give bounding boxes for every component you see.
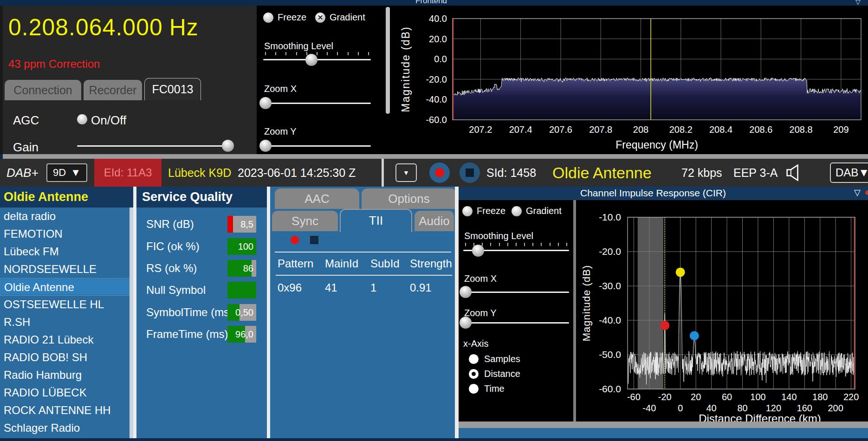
svg-text:208.8: 208.8 <box>790 124 813 135</box>
tii-stop-icon[interactable] <box>310 236 318 244</box>
freeze-control[interactable]: Freeze <box>462 206 505 216</box>
station-list-item[interactable]: Lübeck FM <box>0 243 133 260</box>
tab-audio[interactable]: Audio <box>415 211 454 231</box>
gain-slider[interactable] <box>77 139 233 156</box>
quality-bar-fill <box>227 282 256 298</box>
svg-text:207.6: 207.6 <box>549 124 572 135</box>
slider-track[interactable] <box>77 145 233 147</box>
station-list-item[interactable]: OSTSEEWELLE HL <box>0 296 133 313</box>
tii-record-icon[interactable] <box>291 236 299 244</box>
zoom-x-label: Zoom X <box>464 273 497 284</box>
freeze-control[interactable]: Freeze <box>263 12 306 23</box>
svg-text:207.8: 207.8 <box>589 124 612 135</box>
svg-text:208.2: 208.2 <box>669 124 693 135</box>
station-list-item[interactable]: Schlager Radio <box>0 419 133 437</box>
xaxis-option-time[interactable]: Time <box>469 381 520 396</box>
station-list-item[interactable]: RADIO LÜBECK <box>0 384 133 402</box>
controls-scrollbar[interactable] <box>386 7 390 114</box>
agc-toggle[interactable] <box>77 114 87 124</box>
tick-mark <box>348 52 349 55</box>
slider-handle[interactable] <box>222 140 234 152</box>
zoom-x-slider[interactable] <box>463 285 569 302</box>
slider-handle[interactable] <box>305 54 317 66</box>
slider-handle[interactable] <box>472 245 484 257</box>
tick-mark <box>550 243 551 246</box>
blue-marker <box>690 331 699 340</box>
station-list-scrollbar[interactable] <box>130 208 133 438</box>
svg-text:160: 160 <box>797 403 812 413</box>
ensemble-id-badge: EId: 11A3 <box>94 159 162 187</box>
collapse-triangle-icon[interactable]: ▽ <box>854 188 861 198</box>
panel-divider[interactable] <box>133 187 136 438</box>
service-quality-panel: Service Quality SNR (dB)8,5FIC (ok %)100… <box>136 187 267 438</box>
protection-label: EEP 3-A <box>733 159 777 187</box>
slider-handle[interactable] <box>460 317 472 329</box>
channel-dropdown[interactable]: 9D ▼ <box>46 163 87 182</box>
record-icon <box>435 168 444 177</box>
output-mode-dropdown[interactable]: DAB ▼ <box>830 162 868 183</box>
station-list-item[interactable]: delta radio <box>0 208 133 225</box>
tab-fc0013[interactable]: FC0013 <box>144 78 201 100</box>
collapse-triangle-icon[interactable]: ▽ <box>855 0 861 6</box>
slider-handle[interactable] <box>259 140 272 152</box>
cir-scrollbar[interactable] <box>459 422 868 428</box>
expand-dropdown-button[interactable]: ▼ <box>395 163 417 182</box>
slider-track[interactable] <box>463 322 569 324</box>
tab-tii[interactable]: TII <box>340 209 412 232</box>
xaxis-option-samples[interactable]: Samples <box>469 351 520 366</box>
slider-track[interactable] <box>263 103 371 104</box>
zoom-y-slider[interactable] <box>263 139 371 156</box>
tab-sync[interactable]: Sync <box>272 211 338 231</box>
zoom-y-slider[interactable] <box>463 316 569 333</box>
station-list-item[interactable]: RADIO BOB! SH <box>0 349 133 366</box>
smoothing-level-slider[interactable] <box>463 243 569 259</box>
quality-row: SNR (dB)8,5 <box>136 216 267 233</box>
station-list: delta radioFEMOTIONLübeck FMNORDSEEWELLE… <box>0 208 133 438</box>
gradient-checkbox-icon[interactable]: ✕ <box>315 13 325 23</box>
smoothing-level-label: Smoothing Level <box>264 41 333 52</box>
panel-divider[interactable] <box>267 187 270 438</box>
tab-aac[interactable]: AAC <box>275 188 359 209</box>
panel-divider[interactable] <box>455 187 459 438</box>
svg-text:208.4: 208.4 <box>709 124 732 135</box>
zoom-y-label: Zoom Y <box>264 126 297 137</box>
station-list-item[interactable]: Oldie Antenne <box>0 278 133 296</box>
svg-text:0: 0 <box>678 403 683 413</box>
svg-text:-60: -60 <box>627 392 641 402</box>
svg-text:Distance Difference (km): Distance Difference (km) <box>699 412 821 422</box>
freeze-radio-icon[interactable] <box>263 13 273 23</box>
gradient-control[interactable]: Gradient <box>512 206 562 216</box>
speaker-icon[interactable] <box>785 164 804 181</box>
svg-text:0.0: 0.0 <box>434 54 447 64</box>
tab-connection[interactable]: Connection <box>5 80 81 100</box>
station-list-item[interactable]: RADIO 21 Lübeck <box>0 331 133 349</box>
stop-button[interactable] <box>460 162 480 183</box>
station-list-item[interactable]: R.SH <box>0 313 133 331</box>
slider-handle[interactable] <box>460 286 472 298</box>
station-list-item[interactable]: ROCK ANTENNE HH <box>0 402 133 419</box>
smoothing-level-slider[interactable] <box>263 52 371 69</box>
slider-tick-marks <box>263 52 371 56</box>
xaxis-option-label: Samples <box>484 354 520 364</box>
station-list-item[interactable]: FEMOTION <box>0 225 133 243</box>
svg-text:20: 20 <box>691 392 701 402</box>
gradient-radio-icon[interactable] <box>512 206 522 216</box>
zoom-x-slider[interactable] <box>263 97 371 113</box>
tick-mark <box>368 52 369 55</box>
freeze-radio-icon[interactable] <box>462 206 473 216</box>
smoothing-level-label: Smoothing Level <box>464 231 533 241</box>
station-list-item[interactable]: Radio Hamburg <box>0 366 133 384</box>
slider-track[interactable] <box>263 145 371 147</box>
slider-handle[interactable] <box>259 97 272 109</box>
tab-recorder[interactable]: Recorder <box>84 80 142 100</box>
gradient-control[interactable]: ✕ Gradient <box>315 12 365 23</box>
record-button[interactable] <box>429 162 450 183</box>
window-bottom-strip <box>0 438 868 441</box>
tick-mark <box>541 243 542 246</box>
xaxis-option-distance[interactable]: Distance <box>469 366 520 381</box>
slider-track[interactable] <box>463 292 569 293</box>
station-list-item[interactable]: NORDSEEWELLE <box>0 260 133 278</box>
agc-toggle-label: On/Off <box>91 113 126 128</box>
tab-options[interactable]: Options <box>362 188 456 209</box>
horizontal-divider[interactable] <box>3 154 868 159</box>
